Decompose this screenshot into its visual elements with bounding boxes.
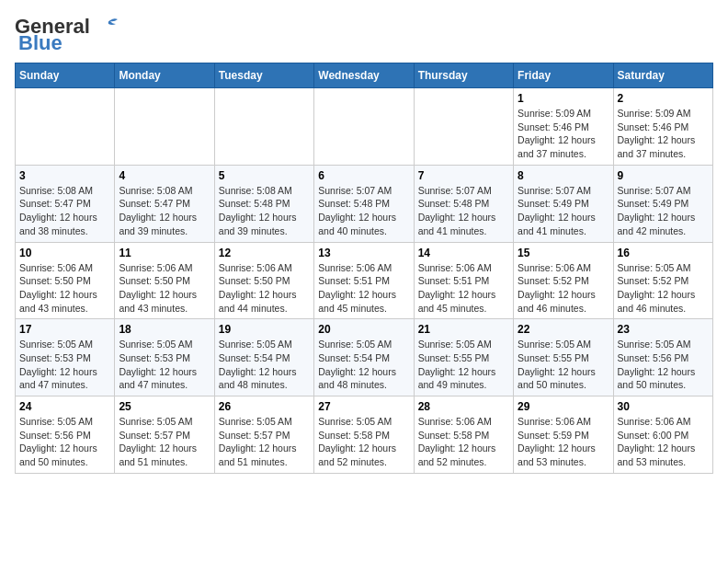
- day-info: Sunrise: 5:05 AM Sunset: 5:56 PM Dayligh…: [19, 415, 110, 469]
- day-number: 24: [19, 400, 110, 413]
- day-number: 9: [618, 169, 709, 182]
- day-info: Sunrise: 5:06 AM Sunset: 5:50 PM Dayligh…: [219, 261, 310, 316]
- calendar-cell: [414, 88, 513, 166]
- day-info: Sunrise: 5:07 AM Sunset: 5:48 PM Dayligh…: [318, 184, 409, 238]
- calendar-cell: 16Sunrise: 5:05 AM Sunset: 5:52 PM Dayli…: [613, 242, 712, 319]
- day-number: 22: [518, 323, 609, 336]
- day-info: Sunrise: 5:06 AM Sunset: 5:51 PM Dayligh…: [318, 261, 409, 316]
- day-info: Sunrise: 5:05 AM Sunset: 5:55 PM Dayligh…: [418, 338, 509, 392]
- day-info: Sunrise: 5:05 AM Sunset: 5:54 PM Dayligh…: [219, 338, 310, 392]
- day-number: 3: [19, 169, 110, 182]
- day-info: Sunrise: 5:06 AM Sunset: 5:58 PM Dayligh…: [418, 415, 509, 469]
- day-number: 8: [518, 169, 609, 182]
- day-number: 26: [219, 400, 310, 413]
- logo-blue: Blue: [18, 31, 63, 55]
- day-number: 1: [518, 92, 609, 105]
- calendar-cell: 11Sunrise: 5:06 AM Sunset: 5:50 PM Dayli…: [115, 242, 214, 319]
- day-number: 7: [418, 169, 509, 182]
- weekday-header: Tuesday: [214, 63, 313, 88]
- calendar-cell: 15Sunrise: 5:06 AM Sunset: 5:52 PM Dayli…: [514, 242, 613, 319]
- calendar-cell: 22Sunrise: 5:05 AM Sunset: 5:55 PM Dayli…: [514, 319, 613, 396]
- day-number: 21: [418, 323, 509, 336]
- weekday-header: Thursday: [414, 63, 513, 88]
- calendar-cell: [115, 88, 214, 166]
- day-number: 25: [119, 400, 210, 413]
- day-info: Sunrise: 5:08 AM Sunset: 5:47 PM Dayligh…: [119, 184, 210, 238]
- day-info: Sunrise: 5:05 AM Sunset: 5:53 PM Dayligh…: [119, 338, 210, 392]
- calendar-cell: 19Sunrise: 5:05 AM Sunset: 5:54 PM Dayli…: [214, 319, 313, 396]
- calendar-table: SundayMondayTuesdayWednesdayThursdayFrid…: [15, 63, 713, 474]
- day-info: Sunrise: 5:05 AM Sunset: 5:52 PM Dayligh…: [618, 261, 709, 316]
- day-number: 2: [618, 92, 709, 105]
- day-info: Sunrise: 5:05 AM Sunset: 5:54 PM Dayligh…: [318, 338, 409, 392]
- day-number: 10: [19, 247, 110, 259]
- calendar-cell: 10Sunrise: 5:06 AM Sunset: 5:50 PM Dayli…: [16, 242, 115, 319]
- day-info: Sunrise: 5:05 AM Sunset: 5:55 PM Dayligh…: [518, 338, 609, 392]
- weekday-header: Monday: [115, 63, 214, 88]
- day-number: 27: [318, 400, 409, 413]
- day-number: 15: [518, 247, 609, 259]
- calendar-cell: 24Sunrise: 5:05 AM Sunset: 5:56 PM Dayli…: [16, 396, 115, 474]
- day-info: Sunrise: 5:07 AM Sunset: 5:48 PM Dayligh…: [418, 184, 509, 238]
- day-info: Sunrise: 5:08 AM Sunset: 5:48 PM Dayligh…: [219, 184, 310, 238]
- day-info: Sunrise: 5:05 AM Sunset: 5:53 PM Dayligh…: [19, 338, 110, 392]
- day-number: 19: [219, 323, 310, 336]
- day-number: 29: [518, 400, 609, 413]
- calendar-cell: [16, 88, 115, 166]
- day-number: 17: [19, 323, 110, 336]
- day-info: Sunrise: 5:06 AM Sunset: 6:00 PM Dayligh…: [618, 415, 709, 469]
- day-info: Sunrise: 5:05 AM Sunset: 5:57 PM Dayligh…: [219, 415, 310, 469]
- day-number: 30: [618, 400, 709, 413]
- day-info: Sunrise: 5:05 AM Sunset: 5:58 PM Dayligh…: [318, 415, 409, 469]
- day-info: Sunrise: 5:09 AM Sunset: 5:46 PM Dayligh…: [518, 107, 609, 161]
- calendar-cell: 2Sunrise: 5:09 AM Sunset: 5:46 PM Daylig…: [613, 88, 712, 166]
- calendar-cell: 9Sunrise: 5:07 AM Sunset: 5:49 PM Daylig…: [613, 165, 712, 242]
- calendar-cell: 14Sunrise: 5:06 AM Sunset: 5:51 PM Dayli…: [414, 242, 513, 319]
- day-number: 11: [119, 247, 210, 259]
- calendar-cell: [214, 88, 313, 166]
- calendar-cell: 6Sunrise: 5:07 AM Sunset: 5:48 PM Daylig…: [314, 165, 414, 242]
- calendar-header-row: SundayMondayTuesdayWednesdayThursdayFrid…: [16, 63, 713, 88]
- day-number: 4: [119, 169, 210, 182]
- weekday-header: Sunday: [16, 63, 115, 88]
- calendar-cell: 4Sunrise: 5:08 AM Sunset: 5:47 PM Daylig…: [115, 165, 214, 242]
- day-info: Sunrise: 5:07 AM Sunset: 5:49 PM Dayligh…: [518, 184, 609, 238]
- day-info: Sunrise: 5:06 AM Sunset: 5:51 PM Dayligh…: [418, 261, 509, 316]
- header: General Blue: [15, 15, 713, 55]
- day-info: Sunrise: 5:06 AM Sunset: 5:59 PM Dayligh…: [518, 415, 609, 469]
- calendar-cell: 23Sunrise: 5:05 AM Sunset: 5:56 PM Dayli…: [613, 319, 712, 396]
- calendar-cell: 21Sunrise: 5:05 AM Sunset: 5:55 PM Dayli…: [414, 319, 513, 396]
- calendar-cell: 26Sunrise: 5:05 AM Sunset: 5:57 PM Dayli…: [214, 396, 313, 474]
- calendar-cell: 25Sunrise: 5:05 AM Sunset: 5:57 PM Dayli…: [115, 396, 214, 474]
- calendar-cell: 12Sunrise: 5:06 AM Sunset: 5:50 PM Dayli…: [214, 242, 313, 319]
- calendar-cell: 17Sunrise: 5:05 AM Sunset: 5:53 PM Dayli…: [16, 319, 115, 396]
- day-info: Sunrise: 5:06 AM Sunset: 5:52 PM Dayligh…: [518, 261, 609, 316]
- weekday-header: Wednesday: [314, 63, 414, 88]
- calendar-week-row: 17Sunrise: 5:05 AM Sunset: 5:53 PM Dayli…: [16, 319, 713, 396]
- calendar-cell: 7Sunrise: 5:07 AM Sunset: 5:48 PM Daylig…: [414, 165, 513, 242]
- calendar-cell: 20Sunrise: 5:05 AM Sunset: 5:54 PM Dayli…: [314, 319, 414, 396]
- day-info: Sunrise: 5:05 AM Sunset: 5:56 PM Dayligh…: [618, 338, 709, 392]
- day-number: 16: [618, 247, 709, 259]
- day-info: Sunrise: 5:09 AM Sunset: 5:46 PM Dayligh…: [618, 107, 709, 161]
- day-info: Sunrise: 5:07 AM Sunset: 5:49 PM Dayligh…: [618, 184, 709, 238]
- logo-bird-icon: [92, 17, 119, 37]
- day-info: Sunrise: 5:06 AM Sunset: 5:50 PM Dayligh…: [119, 261, 210, 316]
- day-number: 12: [219, 247, 310, 259]
- day-info: Sunrise: 5:08 AM Sunset: 5:47 PM Dayligh…: [19, 184, 110, 238]
- calendar-week-row: 3Sunrise: 5:08 AM Sunset: 5:47 PM Daylig…: [16, 165, 713, 242]
- calendar-cell: 30Sunrise: 5:06 AM Sunset: 6:00 PM Dayli…: [613, 396, 712, 474]
- day-number: 18: [119, 323, 210, 336]
- calendar-cell: 13Sunrise: 5:06 AM Sunset: 5:51 PM Dayli…: [314, 242, 414, 319]
- calendar-cell: 5Sunrise: 5:08 AM Sunset: 5:48 PM Daylig…: [214, 165, 313, 242]
- day-info: Sunrise: 5:06 AM Sunset: 5:50 PM Dayligh…: [19, 261, 110, 316]
- calendar-week-row: 10Sunrise: 5:06 AM Sunset: 5:50 PM Dayli…: [16, 242, 713, 319]
- calendar-cell: [314, 88, 414, 166]
- logo: General Blue: [15, 15, 119, 55]
- weekday-header: Friday: [514, 63, 613, 88]
- calendar-week-row: 24Sunrise: 5:05 AM Sunset: 5:56 PM Dayli…: [16, 396, 713, 474]
- calendar-cell: 8Sunrise: 5:07 AM Sunset: 5:49 PM Daylig…: [514, 165, 613, 242]
- calendar-cell: 18Sunrise: 5:05 AM Sunset: 5:53 PM Dayli…: [115, 319, 214, 396]
- calendar-week-row: 1Sunrise: 5:09 AM Sunset: 5:46 PM Daylig…: [16, 88, 713, 166]
- day-number: 23: [618, 323, 709, 336]
